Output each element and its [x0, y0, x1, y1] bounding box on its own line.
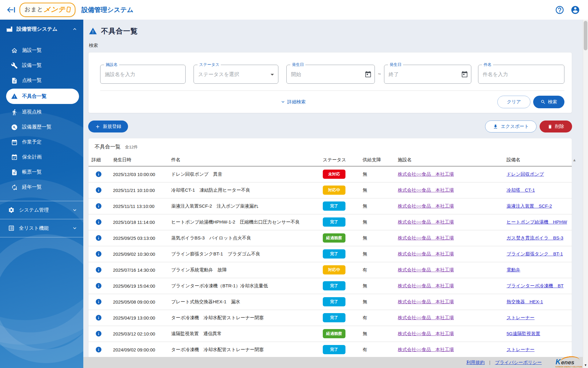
- cell-equipment: 熱交換器 HEX-1: [503, 294, 572, 310]
- create-button[interactable]: 新規登録: [88, 121, 128, 132]
- page-scrollbar[interactable]: ▼: [583, 20, 588, 368]
- date-end-input[interactable]: [384, 65, 471, 83]
- row-detail-button[interactable]: [95, 282, 102, 289]
- dropdown-arrow-icon[interactable]: [268, 71, 276, 79]
- row-detail-button[interactable]: [95, 235, 102, 241]
- facility-link[interactable]: 株式会社○○食品 本社工場: [398, 331, 454, 336]
- calendar-icon[interactable]: [365, 71, 371, 78]
- row-detail-button[interactable]: [95, 251, 102, 257]
- table-row[interactable]: 2025/10/18 11:14:00 ヒートポンプ給湯機HPHW-1-2 圧縮…: [89, 214, 572, 230]
- search-button[interactable]: 検索: [533, 96, 564, 108]
- equipment-link[interactable]: ストレーナー: [507, 347, 534, 352]
- facility-link[interactable]: 株式会社○○食品 本社工場: [398, 219, 454, 224]
- table-row[interactable]: 2025/06/19 15:04:00 ブラインターボ冷凍機（BTR-1）冷却水…: [89, 278, 572, 294]
- help-button[interactable]: [555, 5, 564, 15]
- table-row[interactable]: 2025/05/08 09:00:00 プレート式熱交換器HEX-1 漏水 完了…: [89, 294, 572, 310]
- equipment-link[interactable]: ドレン回収ポンプ: [507, 171, 544, 177]
- scrollbar-thumb[interactable]: [584, 21, 587, 50]
- facility-link[interactable]: 株式会社○○食品 本社工場: [398, 347, 454, 352]
- row-detail-button[interactable]: [95, 219, 102, 225]
- sidebar-item[interactable]: 巡視点検: [0, 105, 83, 120]
- chevron-up-icon[interactable]: [72, 26, 78, 32]
- scroll-to-top-icon[interactable]: ▲: [572, 158, 576, 162]
- facility-link[interactable]: 株式会社○○食品 本社工場: [398, 251, 454, 256]
- table-row[interactable]: 2025/09/02 10:30:00 ブライン膨張タンクBT-1 ブラダゴム不…: [89, 246, 572, 262]
- table-row[interactable]: 2025/07/16 14:30:00 ブライン系統電動弁 故障 対応中 有 株…: [89, 262, 572, 278]
- sidebar-header-system[interactable]: 設備管理システム: [0, 20, 83, 39]
- table-row[interactable]: 2024/09/02 09:00:00 ターボ冷凍機 冷却水配管ストレーナー閉塞…: [89, 342, 572, 358]
- row-detail-button[interactable]: [95, 346, 102, 353]
- equipment-link[interactable]: 電動弁: [507, 267, 520, 272]
- advanced-search-link[interactable]: 詳細検索: [280, 99, 306, 105]
- table-row[interactable]: 2025/09/25 03:13:00 蒸気ボイラBS-3 パイロット点火不良 …: [89, 230, 572, 246]
- equipment-link[interactable]: ヒートポンプ給湯機 HPHW: [507, 219, 567, 224]
- chevron-down-icon[interactable]: [72, 207, 78, 213]
- column-header[interactable]: 発生日時: [110, 155, 168, 166]
- delete-button[interactable]: 削除: [540, 121, 572, 132]
- sidebar-item[interactable]: 点検一覧: [0, 73, 83, 88]
- facility-link[interactable]: 株式会社○○食品 本社工場: [398, 171, 454, 177]
- sidebar-item[interactable]: 設備一覧: [0, 58, 83, 73]
- export-button[interactable]: エクスポート: [485, 121, 537, 132]
- facility-link[interactable]: 株式会社○○食品 本社工場: [398, 235, 454, 240]
- row-detail-button[interactable]: [95, 187, 102, 194]
- facility-link[interactable]: 株式会社○○食品 本社工場: [398, 283, 454, 288]
- table-row[interactable]: 2025/12/03 10:00:00 ドレン回収ポンプ 異音 未対応 無 株式…: [89, 166, 572, 182]
- account-button[interactable]: [571, 5, 580, 15]
- facility-link[interactable]: 株式会社○○食品 本社工場: [398, 299, 454, 304]
- sidebar-item[interactable]: 作業予定: [0, 135, 83, 150]
- sidebar-item[interactable]: 帳票一覧: [0, 165, 83, 180]
- row-detail-button[interactable]: [95, 203, 102, 209]
- status-select-input[interactable]: [194, 65, 278, 83]
- facility-link[interactable]: 株式会社○○食品 本社工場: [398, 315, 454, 320]
- advanced-search-label: 詳細検索: [287, 99, 306, 105]
- scrollbar-down-arrow[interactable]: ▼: [583, 363, 588, 367]
- terms-link[interactable]: 利用規約: [466, 360, 485, 366]
- sidebar-item[interactable]: 不具合一覧: [6, 89, 79, 104]
- sidebar-section-system-admin[interactable]: システム管理: [0, 201, 83, 219]
- column-header[interactable]: 供給支障: [360, 155, 395, 166]
- date-start-input[interactable]: [287, 65, 375, 83]
- equipment-link[interactable]: 熱交換器 HEX-1: [507, 299, 543, 304]
- row-detail-button[interactable]: [95, 171, 102, 178]
- table-row[interactable]: 2025/11/21 10:10:00 冷却塔CT-1 凍結防止用ヒーター不良 …: [89, 182, 572, 198]
- back-button[interactable]: [7, 5, 16, 14]
- equipment-link[interactable]: ブライン膨張タンク BT-1: [507, 251, 563, 256]
- cell-supply: 無: [360, 246, 395, 262]
- equipment-link[interactable]: ガス焚き貫流ボイラ BS-3: [507, 235, 563, 240]
- facility-link[interactable]: 株式会社○○食品 本社工場: [398, 203, 454, 209]
- column-header[interactable]: 設備名: [503, 155, 572, 166]
- equipment-link[interactable]: 5G遠隔監視装置: [507, 331, 540, 336]
- column-header[interactable]: ステータス: [320, 155, 360, 166]
- row-detail-button[interactable]: [95, 314, 102, 321]
- facility-name-input[interactable]: [100, 65, 185, 83]
- column-header[interactable]: 施設名: [395, 155, 503, 166]
- row-detail-button[interactable]: [95, 266, 102, 273]
- column-header[interactable]: 詳細: [89, 155, 110, 166]
- sidebar-item[interactable]: 経年一覧: [0, 180, 83, 195]
- subject-input[interactable]: [478, 65, 564, 83]
- equipment-link[interactable]: ブラインターボ冷凍機 BT: [507, 283, 564, 288]
- sidebar-item[interactable]: 保全計画: [0, 150, 83, 165]
- facility-link[interactable]: 株式会社○○食品 本社工場: [398, 187, 454, 193]
- equipment-link[interactable]: 冷却塔 CT-1: [507, 187, 535, 193]
- row-detail-button[interactable]: [95, 298, 102, 305]
- facility-link[interactable]: 株式会社○○食品 本社工場: [398, 267, 454, 272]
- row-detail-button[interactable]: [95, 330, 102, 337]
- chevron-down-icon[interactable]: [72, 225, 78, 231]
- equipment-link[interactable]: 薬液注入装置 SCF-2: [507, 203, 552, 209]
- sidebar-section-all-lists[interactable]: 全リスト機能: [0, 219, 83, 237]
- sidebar-item[interactable]: 設備履歴一覧: [0, 120, 83, 135]
- privacy-policy-link[interactable]: プライバシーポリシー: [495, 360, 542, 366]
- clear-button[interactable]: クリア: [497, 96, 530, 108]
- column-header[interactable]: 件名: [168, 155, 320, 166]
- app-logo: おまと メンテ: [20, 3, 75, 16]
- table-row[interactable]: 2025/11/11 13:10:00 薬液注入装置SCF-2 注入ポンプ薬液漏…: [89, 198, 572, 214]
- calendar-icon[interactable]: [461, 71, 468, 78]
- cell-subject: 冷却塔CT-1 凍結防止用ヒーター不良: [168, 182, 320, 198]
- search-button-label: 検索: [548, 99, 557, 105]
- sidebar-item[interactable]: 施設一覧: [0, 43, 83, 58]
- table-row[interactable]: 2025/04/19 13:00:00 ターボ冷凍機 冷却水配管ストレーナー閉塞…: [89, 310, 572, 326]
- table-row[interactable]: 2025/03/12 02:10:00 遠隔監視装置 通信異常 経過観察 無 株…: [89, 326, 572, 342]
- equipment-link[interactable]: ストレーナー: [507, 315, 534, 320]
